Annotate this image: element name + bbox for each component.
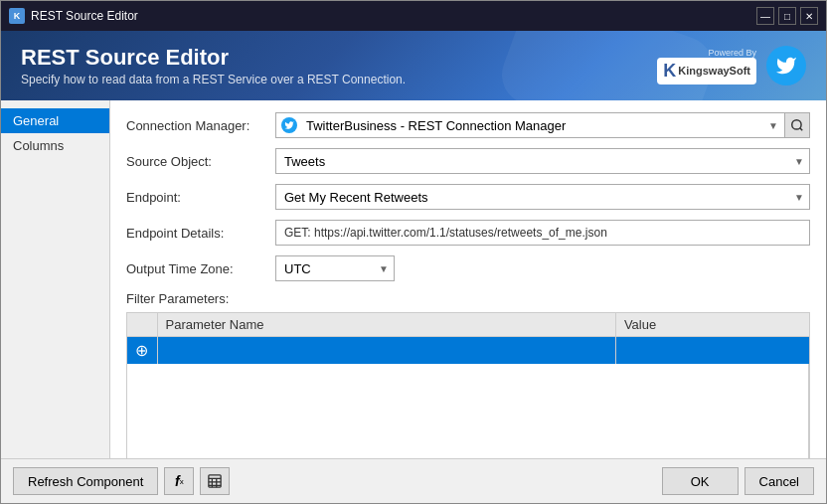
function-icon-button[interactable]: fx bbox=[164, 467, 194, 495]
minimize-button[interactable]: — bbox=[756, 7, 774, 25]
filter-table-header: Parameter Name Value bbox=[127, 313, 809, 337]
source-object-select[interactable]: Tweets bbox=[275, 148, 810, 174]
k-letter: K bbox=[663, 61, 676, 82]
footer-left: Refresh Component fx bbox=[13, 467, 230, 495]
maximize-button[interactable]: □ bbox=[778, 7, 796, 25]
filter-parameters-label: Filter Parameters: bbox=[126, 291, 810, 306]
refresh-component-button[interactable]: Refresh Component bbox=[13, 467, 158, 495]
source-object-row: Source Object: Tweets ▼ bbox=[126, 148, 810, 174]
header-title: REST Source Editor bbox=[21, 45, 406, 71]
endpoint-details-label: Endpoint Details: bbox=[126, 226, 275, 241]
connection-row: TwitterBusiness - REST Connection Manage… bbox=[275, 112, 810, 138]
filter-section: Filter Parameters: Parameter Name Value bbox=[126, 291, 810, 458]
source-object-label: Source Object: bbox=[126, 154, 275, 169]
filter-table-body: ⊕ bbox=[127, 337, 809, 459]
endpoint-wrapper: Get My Recent Retweets ▼ bbox=[275, 184, 810, 210]
cancel-button[interactable]: Cancel bbox=[744, 467, 814, 495]
powered-by-text: Powered By bbox=[708, 48, 756, 58]
filter-table: Parameter Name Value ⊕ bbox=[127, 313, 809, 458]
filter-row-value-cell[interactable] bbox=[615, 337, 808, 365]
connection-search-button[interactable] bbox=[784, 112, 810, 138]
header-banner: REST Source Editor Specify how to read d… bbox=[1, 31, 826, 100]
sidebar: General Columns bbox=[1, 100, 110, 458]
timezone-select[interactable]: UTC bbox=[275, 255, 395, 281]
footer-right: OK Cancel bbox=[662, 467, 814, 495]
title-bar-left: K REST Source Editor bbox=[9, 8, 138, 24]
ok-button[interactable]: OK bbox=[662, 467, 739, 495]
filter-col-icon bbox=[127, 313, 157, 337]
kingsway-logo: K KingswaySoft bbox=[657, 58, 756, 84]
ok-label: OK bbox=[691, 474, 710, 489]
endpoint-row: Endpoint: Get My Recent Retweets ▼ bbox=[126, 184, 810, 210]
header-subtitle: Specify how to read data from a REST Ser… bbox=[21, 73, 406, 86]
connection-select-wrapper: TwitterBusiness - REST Connection Manage… bbox=[275, 112, 784, 138]
main-window: K REST Source Editor — □ ✕ REST Source E… bbox=[0, 0, 827, 504]
output-timezone-label: Output Time Zone: bbox=[126, 261, 275, 276]
powered-by: Powered By K KingswaySoft bbox=[657, 48, 756, 84]
header-text: REST Source Editor Specify how to read d… bbox=[21, 45, 406, 86]
filter-table-container: Parameter Name Value ⊕ bbox=[126, 312, 810, 458]
twitter-header-icon bbox=[766, 46, 806, 85]
kingsway-text: KingswaySoft bbox=[678, 65, 750, 77]
filter-table-row[interactable]: ⊕ bbox=[127, 337, 809, 365]
connection-manager-row: Connection Manager: TwitterBusiness - RE… bbox=[126, 112, 810, 138]
table-icon-button[interactable] bbox=[200, 467, 230, 495]
filter-empty-cell bbox=[127, 364, 809, 458]
sidebar-item-general[interactable]: General bbox=[1, 108, 109, 133]
svg-point-0 bbox=[792, 120, 801, 129]
title-bar: K REST Source Editor — □ ✕ bbox=[1, 1, 826, 31]
endpoint-label: Endpoint: bbox=[126, 190, 275, 205]
main-panel: Connection Manager: TwitterBusiness - RE… bbox=[110, 100, 826, 458]
timezone-wrapper: UTC ▼ bbox=[275, 255, 395, 281]
connection-manager-select[interactable]: TwitterBusiness - REST Connection Manage… bbox=[275, 112, 784, 138]
filter-table-empty bbox=[127, 364, 809, 458]
header-logo: Powered By K KingswaySoft bbox=[657, 46, 806, 85]
footer: Refresh Component fx OK Ca bbox=[1, 458, 826, 503]
filter-row-name-cell[interactable] bbox=[157, 337, 615, 365]
sidebar-item-columns[interactable]: Columns bbox=[1, 133, 109, 158]
close-button[interactable]: ✕ bbox=[800, 7, 818, 25]
filter-row-add-cell: ⊕ bbox=[127, 337, 157, 365]
app-icon: K bbox=[9, 8, 25, 24]
endpoint-details-input[interactable] bbox=[275, 220, 810, 246]
filter-col-name: Parameter Name bbox=[157, 313, 615, 337]
output-timezone-row: Output Time Zone: UTC ▼ bbox=[126, 255, 810, 281]
add-row-icon[interactable]: ⊕ bbox=[135, 342, 148, 359]
svg-line-1 bbox=[800, 128, 803, 131]
connection-manager-label: Connection Manager: bbox=[126, 118, 275, 133]
endpoint-select[interactable]: Get My Recent Retweets bbox=[275, 184, 810, 210]
window-title: REST Source Editor bbox=[31, 9, 138, 23]
refresh-component-label: Refresh Component bbox=[28, 474, 143, 489]
endpoint-details-row: Endpoint Details: bbox=[126, 220, 810, 246]
title-bar-controls: — □ ✕ bbox=[756, 7, 818, 25]
cancel-label: Cancel bbox=[759, 474, 799, 489]
filter-col-value: Value bbox=[615, 313, 808, 337]
source-object-wrapper: Tweets ▼ bbox=[275, 148, 810, 174]
main-content: General Columns Connection Manager: bbox=[1, 100, 826, 458]
filter-table-header-row: Parameter Name Value bbox=[127, 313, 809, 337]
